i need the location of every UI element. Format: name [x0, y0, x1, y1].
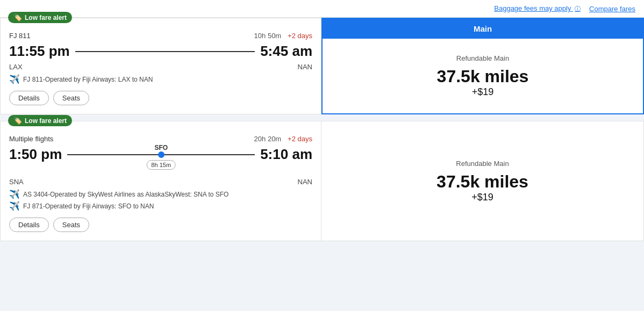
price-body-2[interactable]: Refundable Main 37.5k miles +$19 [321, 121, 643, 241]
flight-info-panel-2: 🏷️ Low fare alert Multiple flights 20h 2… [0, 121, 321, 241]
arrive-time-2: 5:10 am [260, 146, 312, 163]
seats-button-1[interactable]: Seats [53, 91, 89, 105]
price-cash-2: +$19 [471, 192, 493, 203]
tag-icon-1: 🏷️ [13, 13, 22, 21]
price-panel-1: Main Refundable Main 37.5k miles +$19 [321, 18, 644, 114]
price-label-2: Refundable Main [456, 160, 509, 168]
low-fare-badge-1: 🏷️ Low fare alert [8, 12, 72, 23]
flight-times-2: 1:50 pm SFO 8h 15m 5:10 am [9, 146, 312, 163]
airline-icon-1: ✈️ [9, 74, 20, 84]
price-label-1: Refundable Main [456, 54, 509, 62]
flights-container: 🏷️ Low fare alert FJ 811 10h 50m +2 days… [0, 18, 644, 241]
stop-time-pill-2: 8h 15m [146, 160, 176, 170]
price-miles-1: 37.5k miles [437, 67, 529, 86]
airports-row-1: LAX NAN [9, 63, 312, 71]
depart-airport-2: SNA [9, 178, 24, 186]
price-body-1[interactable]: Refundable Main 37.5k miles +$19 [323, 39, 643, 113]
price-miles-2: 37.5k miles [437, 172, 528, 192]
line-seg-left [67, 154, 158, 155]
flight-line-2: SFO 8h 15m [67, 154, 255, 155]
flight-meta-2: 20h 20m +2 days [254, 134, 312, 143]
airports-row-2: SNA NAN [9, 178, 312, 186]
line-seg-right [164, 154, 255, 155]
action-buttons-1: Details Seats [9, 91, 312, 105]
details-button-2[interactable]: Details [9, 218, 49, 232]
operated-by-2b: ✈️ FJ 871-Operated by Fiji Airways: SFO … [9, 201, 312, 211]
main-header: Main [323, 19, 643, 39]
stop-airport-label-2: SFO [154, 144, 168, 151]
arrive-time-1: 5:45 am [260, 43, 312, 60]
airline-icon-2b: ✈️ [9, 201, 20, 211]
flight-row-2: 🏷️ Low fare alert Multiple flights 20h 2… [0, 121, 644, 241]
low-fare-badge-2: 🏷️ Low fare alert [8, 115, 72, 126]
price-cash-1: +$19 [472, 86, 494, 98]
top-bar: Baggage fees may apply ⓘ Compare fares [0, 0, 644, 18]
stop-dot-2 [158, 151, 164, 158]
info-icon: ⓘ [575, 5, 581, 12]
flight-info-panel-1: 🏷️ Low fare alert FJ 811 10h 50m +2 days… [0, 18, 321, 114]
tag-icon-2: 🏷️ [13, 117, 22, 125]
seats-button-2[interactable]: Seats [53, 218, 89, 232]
flight-times-1: 11:55 pm 5:45 am [9, 43, 312, 60]
flight-meta-1: 10h 50m +2 days [254, 31, 312, 40]
flight-number-2: Multiple flights [9, 135, 53, 143]
operated-by-2a: ✈️ AS 3404-Operated by SkyWest Airlines … [9, 189, 312, 199]
flight-header-1: FJ 811 10h 50m +2 days [9, 31, 312, 40]
depart-airport-1: LAX [9, 63, 23, 71]
arrive-airport-1: NAN [298, 63, 312, 71]
depart-time-1: 11:55 pm [9, 43, 70, 60]
price-panel-2: Refundable Main 37.5k miles +$19 [321, 121, 644, 241]
flight-number-1: FJ 811 [9, 32, 31, 40]
arrive-airport-2: NAN [298, 178, 312, 186]
flight-header-2: Multiple flights 20h 20m +2 days [9, 134, 312, 143]
action-buttons-2: Details Seats [9, 218, 312, 232]
compare-fares-link[interactable]: Compare fares [589, 5, 635, 13]
baggage-fees-link[interactable]: Baggage fees may apply ⓘ [494, 4, 581, 13]
operated-by-1: ✈️ FJ 811-Operated by Fiji Airways: LAX … [9, 74, 312, 84]
flight-line-1 [75, 51, 255, 52]
flight-row-1: 🏷️ Low fare alert FJ 811 10h 50m +2 days… [0, 18, 644, 114]
details-button-1[interactable]: Details [9, 91, 49, 105]
airline-icon-2a: ✈️ [9, 189, 20, 199]
depart-time-2: 1:50 pm [9, 146, 62, 163]
